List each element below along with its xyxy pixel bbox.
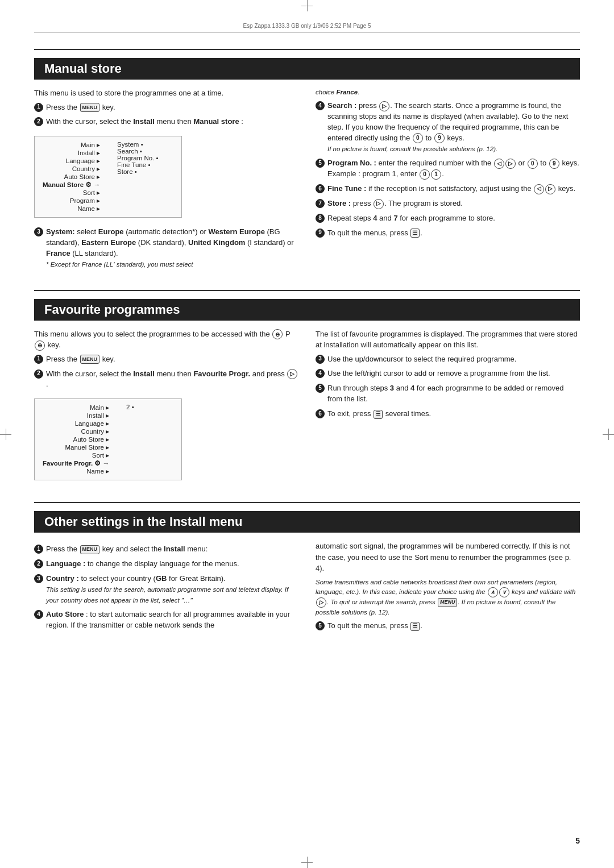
step6-num: 6: [316, 184, 325, 193]
other-menu-key: MENU: [80, 545, 100, 554]
manual-store-step6: 6 Fine Tune : if the reception is not sa…: [316, 184, 580, 194]
ok-key-fav2: ▷: [287, 369, 297, 379]
up-key: ∧: [488, 587, 498, 597]
manual-store-title: Manual store: [34, 58, 580, 80]
other-step1-num: 1: [34, 545, 43, 554]
step2-num: 2: [34, 117, 43, 126]
other-step3-num: 3: [34, 574, 43, 583]
manual-store-step1: 1 Press the MENU key.: [34, 102, 298, 113]
other-step5-num: 5: [316, 621, 325, 630]
menu-right-col: System • Search • Program No. • Fine Tun…: [117, 141, 158, 213]
manual-store-step3-list: 3 System: select Europe (automatic detec…: [34, 227, 298, 269]
fav-step1: 1 Press the MENU key.: [34, 354, 298, 365]
fav-menu-diagram: Main ▸ Install ▸ Language ▸ Country ▸ Au…: [34, 398, 182, 480]
ok-key-7: ▷: [374, 199, 384, 209]
fav-right: The list of favourite programmes is disp…: [316, 329, 580, 487]
step1-num: 1: [34, 103, 43, 112]
other-step3: 3 Country : to select your country (GB f…: [34, 574, 298, 606]
fav-step4: 4 Use the left/right cursor to add or re…: [316, 368, 580, 379]
manual-store-steps-left: 1 Press the MENU key. 2 With the cursor,…: [34, 102, 298, 128]
manual-store-step7: 7 Store : press ▷. The program is stored…: [316, 198, 580, 209]
manual-store-intro: This menu is used to store the programme…: [34, 88, 298, 99]
fav-step5-num: 5: [316, 384, 325, 393]
menu-key-1: MENU: [80, 103, 100, 112]
menu-left-col: Main ▸ Install ▸ Language ▸ Country ▸ Au…: [43, 141, 100, 213]
other-menu-key-2: MENU: [438, 598, 458, 607]
other-step5: 5 To quit the menus, press ☰.: [316, 621, 580, 632]
fav-menu-left: Main ▸ Install ▸ Language ▸ Country ▸ Au…: [43, 404, 109, 475]
fav-menu-right: 2 •: [126, 404, 134, 475]
fav-title: Favourite programmes: [34, 299, 580, 321]
manual-store-step3: 3 System: select Europe (automatic detec…: [34, 227, 298, 269]
step4-num: 4: [316, 101, 325, 110]
fav-step2-num: 2: [34, 369, 43, 379]
key-9-4: 9: [434, 133, 445, 143]
minus-key: ⊖: [272, 329, 283, 339]
other-step2: 2 Language : to change the display langu…: [34, 559, 298, 570]
other-left: 1 Press the MENU key and select the Inst…: [34, 541, 298, 636]
bottom-crosshair: [301, 857, 313, 868]
fav-step3: 3 Use the up/downcursor to select the re…: [316, 354, 580, 365]
manual-store-step9: 9 To quit the menus, press ☰.: [316, 228, 580, 239]
other-quit-key: ☰: [410, 622, 420, 631]
right-crosshair: [603, 429, 614, 440]
manual-store-steps-right: 4 Search : press ▷. The search starts. O…: [316, 101, 580, 238]
step3-num: 3: [34, 227, 43, 236]
other-step1: 1 Press the MENU key and select the Inst…: [34, 544, 298, 555]
menu-key-9: ☰: [410, 229, 420, 238]
fav-step4-num: 4: [316, 369, 325, 378]
manual-store-step5: 5 Program No. : enter the required numbe…: [316, 158, 580, 180]
other-right-text: automatic sort signal, the programmes wi…: [316, 541, 580, 574]
manual-store-step8: 8 Repeat steps 4 and 7 for each programm…: [316, 213, 580, 224]
key9-5: 9: [549, 159, 559, 169]
manual-store-divider: [34, 49, 580, 50]
plus-key: ⊕: [35, 340, 45, 351]
manual-store-step2: 2 With the cursor, select the Install me…: [34, 117, 298, 127]
left-crosshair: [0, 429, 11, 440]
other-right-italic: Some transmitters and cable networks bro…: [316, 578, 580, 618]
manual-store-content: This menu is used to store the programme…: [34, 88, 580, 274]
manual-store-right: choice France. 4 Search : press ▷. The s…: [316, 88, 580, 274]
other-content: 1 Press the MENU key and select the Inst…: [34, 541, 580, 636]
choice-france: choice France.: [316, 88, 580, 97]
fav-step5: 5 Run through steps 3 and 4 for each pro…: [316, 383, 580, 405]
fav-step6-num: 6: [316, 409, 325, 418]
fav-intro: This menu allows you to select the progr…: [34, 329, 298, 351]
ok-key-4: ▷: [379, 101, 389, 111]
fav-menu-key-1: MENU: [80, 355, 100, 364]
fav-exit-key: ☰: [374, 410, 383, 419]
page: Esp Zappa 1333.3 GB only 1/9/06 2:52 PM …: [0, 0, 614, 868]
ex0: 0: [420, 169, 430, 180]
other-step4: 4 Auto Store : to start automatic search…: [34, 609, 298, 631]
fav-step6: 6 To exit, press ☰ several times.: [316, 409, 580, 420]
ex1: 1: [431, 169, 441, 180]
other-step2-num: 2: [34, 559, 43, 568]
left-key-6: ◁: [534, 184, 544, 194]
fav-divider: [34, 290, 580, 291]
manual-store-menu-diagram: Main ▸ Install ▸ Language ▸ Country ▸ Au…: [34, 136, 182, 218]
fav-step2: 2 With the cursor, select the Install me…: [34, 369, 298, 391]
key0-5: 0: [528, 159, 538, 169]
other-right: automatic sort signal, the programmes wi…: [316, 541, 580, 636]
fav-steps-right: 3 Use the up/downcursor to select the re…: [316, 354, 580, 420]
key-0-4: 0: [413, 133, 423, 143]
other-steps-right: 5 To quit the menus, press ☰.: [316, 621, 580, 632]
fav-content: This menu allows you to select the progr…: [34, 329, 580, 487]
right-key-5: ▷: [505, 159, 516, 169]
fav-right-intro: The list of favourite programmes is disp…: [316, 329, 580, 351]
other-title: Other settings in the Install menu: [34, 511, 580, 533]
ok-key-other: ▷: [316, 597, 326, 608]
manual-store-left: This menu is used to store the programme…: [34, 88, 298, 274]
step8-num: 8: [316, 214, 325, 223]
step9-num: 9: [316, 229, 325, 238]
right-key-6: ▷: [545, 184, 555, 194]
left-key-5: ◁: [494, 159, 504, 169]
other-steps-left: 1 Press the MENU key and select the Inst…: [34, 544, 298, 631]
top-crosshair: [301, 0, 313, 11]
page-number: 5: [575, 836, 580, 845]
manual-store-step4: 4 Search : press ▷. The search starts. O…: [316, 101, 580, 154]
fav-left: This menu allows you to select the progr…: [34, 329, 298, 487]
down-key: ∨: [499, 587, 509, 597]
other-step4-num: 4: [34, 610, 43, 619]
fav-step3-num: 3: [316, 355, 325, 364]
